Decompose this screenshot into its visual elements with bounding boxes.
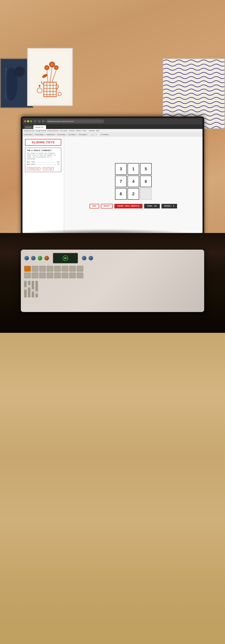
url-bar[interactable]: sliding.toys/mystic-square/8-puzzle/ (46, 120, 104, 123)
midi-pad-8[interactable] (77, 266, 83, 272)
link-sep: + (41, 168, 42, 169)
midi-pad-16[interactable] (77, 272, 83, 278)
midi-pad-10[interactable] (32, 272, 38, 278)
bookmark-3[interactable]: Envato Elements (48, 130, 59, 132)
midi-display (53, 253, 78, 263)
secondary-tabs: How to make... Funny Judges... Magnum MA… (23, 133, 202, 136)
browser-toolbar: ‹ › ↻ sliding.toys/mystic-square/8-puzzl… (33, 120, 201, 123)
close-button-dot[interactable] (24, 120, 26, 122)
midi-knob-4[interactable] (44, 256, 49, 261)
sec-tab-2[interactable]: Funny Judges... (34, 134, 45, 136)
midi-knob-2[interactable] (31, 256, 36, 261)
browser-chrome: ‹ › ↻ sliding.toys/mystic-square/8-puzzl… (23, 118, 202, 124)
game-logo-text: SLIDING TOYS (28, 140, 59, 144)
puzzle-description: Get ready to tackle the 8 puzzle - slide… (27, 152, 59, 160)
puzzle-grid[interactable]: 3 1 5 7 4 6 8 2 (115, 163, 152, 200)
tab-new[interactable]: New tab (24, 125, 33, 129)
sec-tab-1[interactable]: How to make... (23, 134, 34, 136)
sec-tab-active[interactable]: 8 puzzle | Sli... (89, 134, 99, 136)
midi-pad-2[interactable] (32, 266, 38, 272)
tile-1-value: 1 (132, 166, 134, 172)
bookmark-1[interactable]: Shoppa Dei Har! (24, 130, 35, 132)
back-button[interactable]: ‹ (33, 120, 37, 123)
tile-pos-7[interactable]: 2 (127, 188, 139, 200)
midi-pad-14[interactable] (62, 272, 68, 278)
tile-pos-5[interactable]: 6 (140, 176, 152, 187)
sec-tab-5[interactable]: The Valleys... (68, 134, 77, 136)
minimize-button-dot[interactable] (27, 120, 29, 122)
game-sidebar: SLIDING TOYS THE 8 PUZZLE #24BE3EF7 Get … (23, 136, 64, 234)
svg-point-3 (14, 66, 25, 77)
refresh-button[interactable]: ↻ (42, 120, 45, 123)
game-link-1[interactable]: sliding.toys (27, 167, 40, 170)
midi-controller (21, 250, 204, 312)
best-time-label: Best Time (27, 161, 35, 163)
bookmark-4[interactable]: 12ft Ladder (60, 130, 67, 132)
bookmark-8[interactable]: Pokémon (89, 130, 95, 132)
page-wrapper: ‹ › ↻ sliding.toys/mystic-square/8-puzzl… (0, 0, 225, 644)
midi-pad-9[interactable] (24, 272, 31, 278)
midi-sliders (24, 281, 201, 298)
reset-button[interactable]: RESET (101, 204, 113, 208)
game-link-2[interactable]: tons.toys (43, 167, 54, 170)
best-moves-value: 28 (58, 164, 59, 165)
slider-handle-1[interactable] (24, 287, 27, 290)
midi-knob-1[interactable] (24, 256, 29, 261)
midi-pad-5[interactable] (54, 266, 61, 272)
tile-pos-4[interactable]: 4 (127, 176, 139, 187)
browser-tabs-bar: New tab 8 puzzle | Sli... (23, 124, 202, 129)
new-button[interactable]: NEW (90, 204, 99, 208)
tile-pos-2[interactable]: 5 (140, 163, 152, 175)
midi-slider-4[interactable] (36, 281, 38, 298)
bookmarks-bar: Shoppa Dei Har! Google Översatt Envato E… (23, 129, 202, 133)
tab-puzzle[interactable]: 8 puzzle | Sli... (33, 125, 46, 129)
midi-knob-5[interactable] (82, 256, 87, 261)
bookmark-9[interactable]: Blixtr (96, 130, 100, 132)
tile-5-value: 6 (145, 179, 147, 184)
bookmark-5[interactable]: Tesseract (69, 130, 75, 132)
midi-pad-7[interactable] (69, 266, 76, 272)
bookmark-6[interactable]: Markern (76, 130, 81, 132)
best-time-row: Best Time 20s (27, 161, 59, 163)
best-moves-label: Best Moves (27, 164, 36, 165)
sec-tab-3[interactable]: Magnum MA... (46, 134, 56, 136)
forward-button[interactable]: › (38, 120, 41, 123)
bookmark-7[interactable]: News... (83, 130, 88, 132)
traffic-lights (24, 120, 32, 122)
tile-pos-0[interactable]: 3 (115, 163, 127, 175)
svg-point-14 (46, 66, 48, 69)
tile-pos-3[interactable]: 7 (115, 176, 127, 187)
sec-tab-6[interactable]: The Unbeliev... (78, 134, 88, 136)
midi-pad-4[interactable] (47, 266, 53, 272)
midi-slider-1[interactable] (24, 281, 27, 298)
tile-pos-6[interactable]: 8 (115, 188, 127, 200)
desk-surface (0, 333, 225, 644)
svg-point-18 (55, 66, 58, 69)
share-button[interactable]: SHARE THIS SHUFFLE (114, 204, 142, 208)
bookmark-2[interactable]: Google Översatt (36, 130, 47, 132)
svg-marker-29 (64, 257, 68, 259)
tile-pos-1[interactable]: 1 (127, 163, 139, 175)
midi-knob-6[interactable] (88, 256, 93, 261)
midi-pad-11[interactable] (39, 272, 46, 278)
midi-pad-6[interactable] (62, 266, 68, 272)
midi-slider-3[interactable] (32, 281, 34, 298)
midi-pad-12[interactable] (47, 272, 53, 278)
slider-handle-4[interactable] (35, 291, 39, 294)
sec-tab-4[interactable]: 18 Dart Web... (57, 134, 67, 136)
tile-pos-8-empty (140, 188, 152, 200)
slider-handle-2[interactable] (27, 285, 31, 288)
midi-slider-2[interactable] (28, 281, 31, 298)
laptop-screen: ‹ › ↻ sliding.toys/mystic-square/8-puzzl… (23, 118, 202, 234)
midi-pad-3[interactable] (39, 266, 46, 272)
midi-pad-1[interactable] (24, 266, 31, 272)
best-time-dots (36, 162, 56, 162)
midi-knob-3[interactable] (38, 256, 43, 261)
sec-tab-7[interactable]: 7+ Full Web... (100, 134, 110, 136)
slider-handle-3[interactable] (31, 289, 35, 292)
game-links: sliding.toys + tons.toys (27, 166, 59, 170)
midi-pad-13[interactable] (54, 272, 61, 278)
best-moves-row: Best Moves 28 (27, 164, 59, 165)
maximize-button-dot[interactable] (30, 120, 32, 122)
midi-pad-15[interactable] (69, 272, 76, 278)
